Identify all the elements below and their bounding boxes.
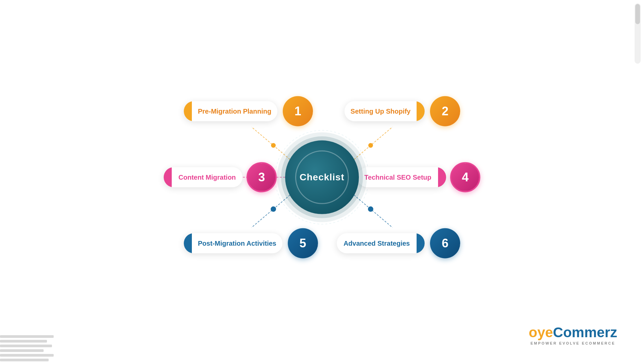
node-5-label: Post-Migration Activities bbox=[198, 240, 276, 247]
node-4-number: 4 bbox=[450, 162, 480, 192]
node-5: Post-Migration Activities 5 bbox=[184, 228, 318, 258]
logo-commerz: Commerz bbox=[553, 324, 617, 341]
svg-point-7 bbox=[368, 143, 373, 148]
scrollbar[interactable] bbox=[635, 3, 641, 64]
logo: oye Commerz EMPOWER EVOLVE ECOMMERCE bbox=[529, 324, 617, 345]
center-label: Checklist bbox=[300, 172, 344, 183]
svg-point-11 bbox=[368, 206, 373, 212]
logo-oye: oye bbox=[529, 324, 553, 341]
node-3-number: 3 bbox=[247, 162, 277, 192]
node-6-number: 6 bbox=[430, 228, 460, 258]
node-4-label: Technical SEO Setup bbox=[364, 174, 431, 181]
svg-point-6 bbox=[271, 143, 276, 148]
node-2-label: Setting Up Shopify bbox=[351, 108, 411, 115]
checklist-diagram: Checklist Pre-Migration Planning 1 2 Set… bbox=[121, 83, 523, 271]
node-1: Pre-Migration Planning 1 bbox=[184, 96, 313, 126]
logo-tagline: EMPOWER EVOLVE ECOMMERCE bbox=[531, 341, 615, 345]
logo-text: oye Commerz bbox=[529, 324, 617, 341]
decorative-lines bbox=[0, 308, 60, 362]
node-4: 4 Technical SEO Setup bbox=[358, 162, 480, 192]
node-1-number: 1 bbox=[283, 96, 313, 126]
node-6-label: Advanced Strategies bbox=[343, 240, 410, 247]
center-circle-inner: Checklist bbox=[295, 150, 349, 204]
node-3-label: Content Migration bbox=[178, 174, 236, 181]
node-2-number: 2 bbox=[430, 96, 460, 126]
node-2: 2 Setting Up Shopify bbox=[344, 96, 460, 126]
node-5-number: 5 bbox=[288, 228, 318, 258]
node-1-label: Pre-Migration Planning bbox=[198, 108, 271, 115]
node-6: 6 Advanced Strategies bbox=[337, 228, 460, 258]
center-circle: Checklist bbox=[285, 140, 359, 214]
node-3: Content Migration 3 bbox=[164, 162, 277, 192]
svg-point-10 bbox=[271, 206, 276, 212]
